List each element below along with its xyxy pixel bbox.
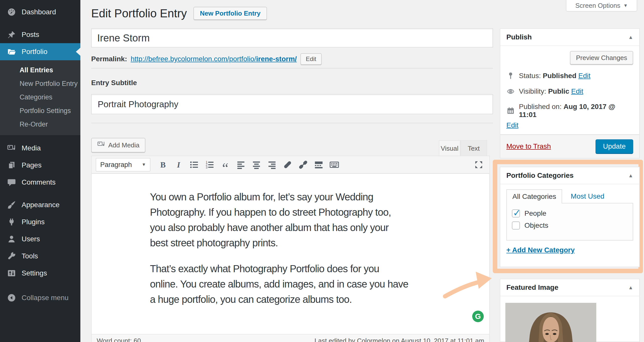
check-icon: ✓ — [513, 207, 521, 218]
submenu-new-portfolio-entry[interactable]: New Portfolio Entry — [0, 77, 80, 90]
featured-panel-header[interactable]: Featured Image ▲ — [500, 279, 639, 296]
bullet-list-button[interactable] — [188, 158, 201, 171]
add-new-category-link[interactable]: + Add New Category — [506, 246, 575, 254]
pin-icon — [506, 72, 515, 80]
italic-button[interactable]: I — [172, 158, 185, 171]
submenu-portfolio-settings[interactable]: Portfolio Settings — [0, 104, 80, 118]
sidebar-label: Portfolio — [22, 48, 47, 56]
entry-subtitle-input[interactable] — [91, 94, 493, 114]
objects-checkbox[interactable] — [512, 221, 520, 230]
categories-panel-header[interactable]: Portfolio Categories ▲ — [500, 167, 639, 184]
paragraph-format-select[interactable]: Paragraph ▼ — [96, 158, 150, 172]
visibility-row: Visibility: Public Edit — [506, 87, 633, 96]
preview-changes-button[interactable]: Preview Changes — [570, 51, 633, 65]
collapse-toggle-icon[interactable]: ▲ — [628, 285, 633, 291]
collapse-menu-button[interactable]: Collapse menu — [0, 289, 80, 306]
fullscreen-button[interactable] — [472, 158, 485, 171]
status-row: Status: Published Edit — [506, 72, 633, 80]
media-icon — [7, 144, 17, 153]
editor-status-bar: Word count: 60 Last edited by Colormelon… — [92, 334, 489, 342]
grammarly-icon[interactable]: G — [472, 311, 484, 322]
wordpress-admin-screen: Dashboard Posts Portfolio All Entries Ne… — [0, 0, 644, 342]
sidebar-item-portfolio[interactable]: Portfolio — [0, 43, 80, 60]
sidebar-item-appearance[interactable]: Appearance — [0, 196, 80, 213]
screen-options-tab[interactable]: Screen Options ▼ — [566, 0, 637, 12]
entry-title-input[interactable] — [91, 28, 493, 47]
editor-tab-text[interactable]: Text — [460, 140, 487, 156]
portfolio-categories-panel: Portfolio Categories ▲ All Categories Mo… — [500, 167, 640, 267]
chevron-down-icon: ▼ — [142, 162, 146, 167]
sidebar-label: Appearance — [22, 201, 60, 209]
sidebar-label: Collapse menu — [22, 294, 69, 302]
editor-tab-visual[interactable]: Visual — [439, 140, 460, 156]
remove-link-button[interactable] — [297, 158, 310, 171]
insert-link-button[interactable] — [281, 158, 294, 171]
categories-tabs: All Categories Most Used — [506, 189, 633, 203]
sidebar-item-comments[interactable]: Comments — [0, 174, 80, 191]
sidebar-item-settings[interactable]: Settings — [0, 265, 80, 282]
move-to-trash-link[interactable]: Move to Trash — [506, 142, 551, 150]
align-center-button[interactable] — [250, 158, 263, 171]
submenu-categories[interactable]: Categories — [0, 90, 80, 104]
visibility-value: Public — [548, 87, 569, 95]
paintbrush-icon — [7, 200, 17, 209]
publish-panel: Publish ▲ Preview Changes Status: Publis… — [500, 28, 640, 158]
permalink-slug[interactable]: irene-storm/ — [256, 55, 297, 63]
update-button[interactable]: Update — [596, 139, 633, 153]
entry-subtitle-label: Entry Subtitle — [91, 79, 137, 87]
tab-all-categories[interactable]: All Categories — [506, 189, 562, 203]
categories-checklist: ✓ People Objects — [506, 203, 633, 241]
featured-image-panel: Featured Image ▲ — [500, 279, 640, 342]
align-right-button[interactable] — [265, 158, 279, 171]
plug-icon — [7, 217, 17, 226]
numbered-list-button[interactable]: 123 — [203, 158, 216, 171]
collapse-toggle-icon[interactable]: ▲ — [628, 173, 633, 179]
visibility-edit-link[interactable]: Edit — [571, 87, 583, 95]
page-title: Edit Portfolio Entry — [91, 7, 187, 20]
pushpin-icon — [7, 30, 17, 39]
settings-sliders-icon — [7, 269, 17, 278]
add-media-button[interactable]: Add Media — [91, 138, 145, 152]
publish-footer: Move to Trash Update — [500, 134, 639, 158]
people-checkbox[interactable]: ✓ — [512, 209, 520, 217]
permalink-link[interactable]: http://befree.bycolormelon.com/portfolio… — [131, 55, 297, 63]
sidebar-item-tools[interactable]: Tools — [0, 248, 80, 265]
wrench-icon — [7, 252, 17, 261]
sidebar-label: Comments — [22, 178, 56, 186]
category-row-people: ✓ People — [512, 209, 633, 217]
sidebar-item-plugins[interactable]: Plugins — [0, 213, 80, 231]
sidebar-item-pages[interactable]: Pages — [0, 157, 80, 174]
word-count: Word count: 60 — [97, 337, 141, 342]
paragraph-1: You own a Portfolio album for, let’s say… — [150, 189, 474, 251]
dashboard-icon — [7, 8, 17, 17]
folder-icon — [7, 47, 17, 56]
svg-text:3: 3 — [206, 165, 207, 169]
align-left-button[interactable] — [234, 158, 247, 171]
more-tag-button[interactable] — [312, 158, 325, 171]
collapse-toggle-icon[interactable]: ▲ — [628, 34, 633, 40]
submenu-all-entries[interactable]: All Entries — [0, 63, 80, 77]
sidebar-item-posts[interactable]: Posts — [0, 26, 80, 43]
category-label: Objects — [524, 221, 548, 230]
last-edited-text: Last edited by Colormelon on August 10, … — [314, 337, 484, 342]
permalink-edit-button[interactable]: Edit — [300, 53, 322, 65]
sidebar-item-dashboard[interactable]: Dashboard — [0, 4, 80, 21]
keyboard-shortcuts-button[interactable] — [328, 158, 341, 171]
sidebar-label: Media — [22, 144, 41, 152]
admin-sidebar: Dashboard Posts Portfolio All Entries Ne… — [0, 0, 80, 342]
new-portfolio-entry-button[interactable]: New Portfolio Entry — [193, 7, 267, 20]
publish-panel-header[interactable]: Publish ▲ — [500, 29, 639, 46]
sidebar-item-users[interactable]: Users — [0, 231, 80, 248]
sidebar-item-media[interactable]: Media — [0, 140, 80, 157]
submenu-re-order[interactable]: Re-Order — [0, 118, 80, 131]
bold-button[interactable]: B — [156, 158, 170, 171]
calendar-icon — [506, 106, 515, 115]
featured-image-thumbnail[interactable] — [505, 303, 596, 342]
tab-most-used[interactable]: Most Used — [571, 192, 604, 200]
blockquote-button[interactable]: “ — [219, 158, 232, 171]
editor-text-area[interactable]: You own a Portfolio album for, let’s say… — [92, 174, 489, 307]
published-edit-link[interactable]: Edit — [506, 121, 518, 129]
status-edit-link[interactable]: Edit — [578, 72, 591, 80]
sidebar-label: Plugins — [22, 218, 45, 226]
categories-title: Portfolio Categories — [506, 172, 574, 180]
